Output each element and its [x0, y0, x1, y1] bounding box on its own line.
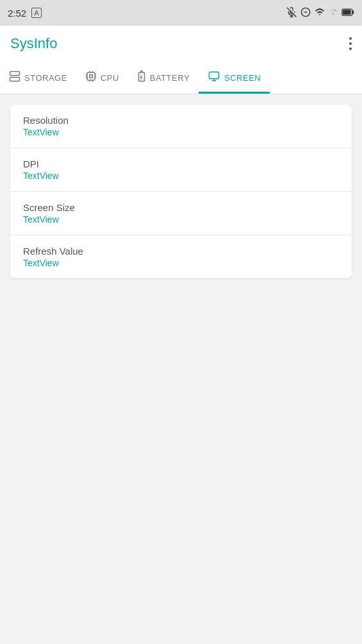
svg-rect-22 — [138, 72, 144, 81]
screen-size-row: Screen Size TextView — [10, 192, 352, 235]
menu-dot-3 — [349, 47, 352, 50]
storage-icon — [9, 71, 21, 85]
tab-cpu[interactable]: CPU — [76, 62, 128, 94]
battery-status-icon — [341, 8, 354, 19]
resolution-row: Resolution TextView — [10, 105, 352, 148]
app-title: SysInfo — [10, 35, 57, 52]
svg-rect-25 — [210, 72, 219, 79]
minus-circle-icon — [300, 7, 311, 19]
refresh-value-label: Refresh Value — [23, 246, 339, 257]
status-time: 2:52 — [8, 8, 26, 19]
svg-rect-9 — [10, 78, 20, 81]
cpu-icon — [85, 71, 97, 85]
tabs-container: STORAGE CPU — [0, 62, 362, 94]
svg-rect-7 — [343, 10, 351, 15]
dpi-value: TextView — [23, 171, 339, 181]
mute-icon — [286, 7, 297, 19]
svg-rect-6 — [352, 10, 354, 13]
svg-rect-13 — [90, 75, 93, 78]
status-a-icon: A — [31, 8, 41, 18]
menu-dot-1 — [349, 37, 352, 40]
screen-icon — [208, 71, 220, 85]
app-bar: SysInfo — [0, 26, 362, 62]
screen-size-value: TextView — [23, 214, 339, 225]
dpi-label: DPI — [23, 158, 339, 169]
status-bar: 2:52 A — [0, 0, 362, 26]
svg-rect-8 — [10, 72, 20, 76]
tab-screen-label: SCREEN — [224, 73, 261, 83]
main-content: Resolution TextView DPI TextView Screen … — [0, 94, 362, 289]
more-options-button[interactable] — [349, 37, 352, 50]
screen-info-card: Resolution TextView DPI TextView Screen … — [10, 105, 352, 278]
signal-icon — [329, 7, 338, 19]
tab-screen[interactable]: SCREEN — [199, 62, 270, 94]
refresh-value-value: TextView — [23, 258, 339, 268]
status-right — [286, 7, 354, 19]
tab-battery-label: BATTERY — [150, 73, 190, 83]
tab-battery[interactable]: BATTERY — [128, 62, 199, 94]
tab-storage[interactable]: STORAGE — [0, 62, 76, 94]
status-left: 2:52 A — [8, 8, 42, 19]
dpi-row: DPI TextView — [10, 148, 352, 192]
tab-storage-label: STORAGE — [24, 73, 67, 83]
tab-cpu-label: CPU — [101, 73, 119, 83]
svg-rect-12 — [87, 72, 95, 80]
refresh-value-row: Refresh Value TextView — [10, 235, 352, 278]
resolution-label: Resolution — [23, 115, 339, 126]
screen-size-label: Screen Size — [23, 202, 339, 213]
resolution-value: TextView — [23, 127, 339, 137]
menu-dot-2 — [349, 42, 352, 45]
wifi-icon — [315, 7, 325, 19]
battery-icon — [137, 71, 146, 85]
